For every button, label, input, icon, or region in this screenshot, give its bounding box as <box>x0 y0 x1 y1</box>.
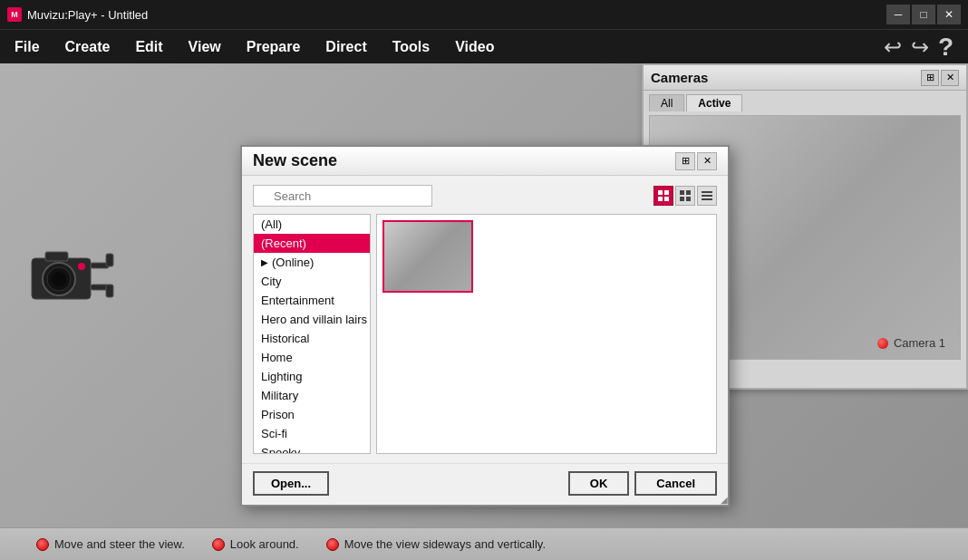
status-item-1: Move and steer the view. <box>36 537 185 551</box>
menu-direct[interactable]: Direct <box>315 35 377 59</box>
cat-hero-villain[interactable]: Hero and villain lairs <box>254 310 370 329</box>
dialog-restore-button[interactable]: ⊞ <box>675 152 695 170</box>
cat-all[interactable]: (All) <box>254 215 370 234</box>
dialog-footer: Open... OK Cancel <box>242 463 728 505</box>
dialog-controls: ⊞ ✕ <box>675 152 717 170</box>
help-icon[interactable]: ? <box>934 31 957 63</box>
svg-rect-9 <box>106 285 113 297</box>
cameras-panel-title: Cameras <box>651 70 708 85</box>
svg-rect-12 <box>658 197 663 201</box>
menu-video[interactable]: Video <box>444 35 505 59</box>
cameras-tab-all[interactable]: All <box>649 94 684 111</box>
camera-1-name: Camera 1 <box>894 336 945 350</box>
status-text-3: Move the view sideways and vertically. <box>344 537 546 551</box>
svg-rect-11 <box>664 190 669 195</box>
search-input[interactable] <box>253 185 432 207</box>
minimize-button[interactable]: ─ <box>886 5 910 24</box>
title-bar: M Muvizu:Play+ - Untitled ─ □ ✕ <box>0 0 968 29</box>
svg-rect-5 <box>45 252 68 261</box>
scenes-grid <box>376 214 717 454</box>
workspace: Cameras ⊞ ✕ All Active Camera 1 New scen… <box>0 63 968 527</box>
app-title: Muvizu:Play+ - Untitled <box>27 8 148 22</box>
cat-online-label: (Online) <box>272 256 314 269</box>
svg-rect-20 <box>702 198 712 200</box>
view-large-grid-button[interactable] <box>675 186 695 206</box>
cameras-controls: ⊞ ✕ <box>921 70 959 86</box>
cameras-close-button[interactable]: ✕ <box>941 70 959 86</box>
titlebar-controls: ─ □ ✕ <box>886 5 961 24</box>
redo-icon[interactable]: ↪ <box>907 33 933 62</box>
search-row: 🔍 <box>253 185 717 207</box>
status-dot-3 <box>326 538 339 551</box>
menu-file[interactable]: File <box>4 35 51 59</box>
dialog-body: 🔍 (All) <box>242 176 728 463</box>
cat-historical[interactable]: Historical <box>254 329 370 348</box>
cameras-tabs: All Active <box>644 91 966 111</box>
cat-online[interactable]: ▶ (Online) <box>254 253 370 272</box>
cat-recent[interactable]: (Recent) <box>254 234 370 253</box>
svg-rect-18 <box>702 191 712 193</box>
status-text-1: Move and steer the view. <box>54 537 185 551</box>
view-list-button[interactable] <box>697 186 717 206</box>
svg-rect-13 <box>664 197 669 201</box>
scene-thumbnail-1[interactable] <box>382 220 473 293</box>
svg-rect-8 <box>106 254 113 266</box>
menu-view[interactable]: View <box>178 35 232 59</box>
status-bar: Move and steer the view. Look around. Mo… <box>0 527 968 560</box>
resize-handle[interactable] <box>717 494 728 505</box>
cat-prison[interactable]: Prison <box>254 405 370 424</box>
camera-active-dot <box>877 338 888 349</box>
restore-button[interactable]: □ <box>912 5 935 24</box>
svg-rect-14 <box>680 190 684 195</box>
status-text-2: Look around. <box>230 537 299 551</box>
dialog-ok-cancel: OK Cancel <box>568 471 717 496</box>
cat-spooky[interactable]: Spooky <box>254 443 370 454</box>
open-button[interactable]: Open... <box>253 471 329 496</box>
view-icons <box>653 186 717 206</box>
cat-lighting[interactable]: Lighting <box>254 367 370 386</box>
cat-entertainment[interactable]: Entertainment <box>254 291 370 310</box>
cameras-restore-button[interactable]: ⊞ <box>921 70 939 86</box>
cat-arrow-icon: ▶ <box>261 257 268 267</box>
dialog-close-button[interactable]: ✕ <box>697 152 717 170</box>
menu-prepare[interactable]: Prepare <box>236 35 312 59</box>
svg-rect-15 <box>686 190 691 195</box>
close-button[interactable]: ✕ <box>937 5 961 24</box>
content-row: (All) (Recent) ▶ (Online) City Entertain… <box>253 214 717 454</box>
cameras-tab-active[interactable]: Active <box>686 94 742 111</box>
svg-rect-17 <box>686 197 691 201</box>
svg-rect-16 <box>680 197 684 201</box>
status-item-3: Move the view sideways and vertically. <box>326 537 546 551</box>
view-small-grid-button[interactable] <box>653 186 673 206</box>
toolbar-right: ↩ ↪ ? <box>880 31 964 63</box>
dialog-titlebar: New scene ⊞ ✕ <box>242 147 728 176</box>
cat-home[interactable]: Home <box>254 348 370 367</box>
status-dot-2 <box>212 538 225 551</box>
status-item-2: Look around. <box>212 537 299 551</box>
cat-scifi[interactable]: Sci-fi <box>254 424 370 443</box>
menu-create[interactable]: Create <box>54 35 121 59</box>
titlebar-left: M Muvizu:Play+ - Untitled <box>7 7 148 22</box>
svg-point-4 <box>78 263 85 270</box>
ok-button[interactable]: OK <box>568 471 630 496</box>
cat-city[interactable]: City <box>254 272 370 291</box>
menu-tools[interactable]: Tools <box>382 35 440 59</box>
svg-rect-10 <box>658 190 663 195</box>
cameras-titlebar: Cameras ⊞ ✕ <box>644 65 966 91</box>
cancel-button[interactable]: Cancel <box>634 471 717 496</box>
menu-bar: File Create Edit View Prepare Direct Too… <box>0 29 968 63</box>
app-icon: M <box>7 7 22 22</box>
menu-edit[interactable]: Edit <box>124 35 173 59</box>
new-scene-dialog: New scene ⊞ ✕ 🔍 <box>240 145 730 507</box>
search-wrapper: 🔍 <box>253 185 648 207</box>
svg-rect-19 <box>702 195 712 197</box>
camera-1-label: Camera 1 <box>877 336 945 350</box>
undo-icon[interactable]: ↩ <box>880 33 905 62</box>
camera-decoration <box>27 245 118 311</box>
dialog-title: New scene <box>253 151 337 170</box>
svg-point-3 <box>52 272 66 286</box>
categories-list: (All) (Recent) ▶ (Online) City Entertain… <box>253 214 371 454</box>
cat-military[interactable]: Military <box>254 386 370 405</box>
status-dot-1 <box>36 538 49 551</box>
